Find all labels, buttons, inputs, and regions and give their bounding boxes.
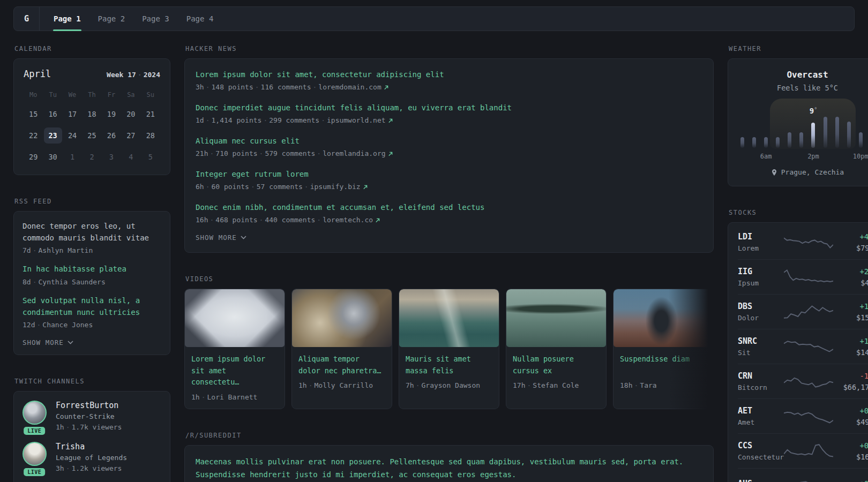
calendar-day: 1 — [63, 149, 81, 165]
item-domain[interactable]: loremtech.co — [323, 216, 373, 224]
item-points: 1,414 points — [211, 116, 261, 124]
video-author: Tara — [640, 381, 656, 389]
rss-item-title[interactable]: Donec tempor eros leo, ut commodo mauris… — [23, 221, 161, 244]
video-thumbnail[interactable] — [292, 289, 392, 347]
twitch-channel-category: Counter-Strike — [56, 412, 122, 420]
stock-change: +0.51% — [833, 441, 868, 450]
item-domain[interactable]: loremlandia.org — [323, 149, 385, 157]
video-thumbnail[interactable] — [613, 289, 713, 347]
video-title[interactable]: Lorem ipsum dolor sit amet consectetu… — [191, 353, 278, 388]
twitch-channel-row[interactable]: LIVE ForrestBurton Counter-Strike 1h·1.7… — [23, 401, 161, 431]
twitch-channel-row[interactable]: LIVE Trisha League of Legends 3h·1.2k vi… — [23, 442, 161, 472]
video-title[interactable]: Aliquam tempor dolor nec pharetra… — [298, 353, 385, 376]
separator-dot: · — [303, 183, 310, 191]
separator-dot: · — [414, 381, 422, 389]
stock-row[interactable]: CRN Bitcorn -1.00% $66,171.48 — [738, 364, 868, 398]
stock-change: +1.42% — [833, 302, 868, 311]
stock-symbol: DBS — [738, 302, 784, 311]
video-card[interactable]: Aliquam tempor dolor nec pharetra… 1h·Mo… — [291, 289, 392, 409]
stock-symbol: SNRC — [738, 336, 784, 346]
item-comments[interactable]: 299 comments — [269, 116, 319, 124]
video-meta: 17h·Stefan Cole — [513, 381, 600, 389]
videos-row: Lorem ipsum dolor sit amet consectetu… 1… — [184, 289, 714, 409]
hackernews-item-title[interactable]: Donec imperdiet augue tincidunt felis al… — [196, 102, 702, 114]
left-column: CALENDAR April Week 17·2024 MoTuWeThFrSa… — [13, 45, 170, 482]
stock-row[interactable]: DBS Dolor +1.42% $156.28 — [738, 294, 868, 329]
rss-item-author: Chance Jones — [42, 321, 93, 329]
hackernews-item-title[interactable]: Aliquam nec cursus elit — [196, 135, 702, 147]
nav-tab[interactable]: Page 2 — [89, 7, 134, 31]
stock-id: AHS — [738, 479, 784, 482]
rss-item-title[interactable]: In hac habitasse platea — [23, 263, 161, 275]
item-comments[interactable]: 579 comments — [265, 149, 315, 157]
video-thumbnail[interactable] — [399, 289, 499, 347]
twitch-channel-name[interactable]: Trisha — [56, 442, 127, 451]
stock-sparkline — [784, 268, 833, 286]
item-comments[interactable]: 440 comments — [265, 216, 315, 224]
video-age: 17h — [513, 381, 525, 389]
stock-name: Ipsum — [738, 279, 784, 287]
video-card[interactable]: Lorem ipsum dolor sit amet consectetu… 1… — [184, 289, 285, 409]
external-link-icon — [388, 152, 393, 156]
hackernews-item-title[interactable]: Lorem ipsum dolor sit amet, consectetur … — [196, 69, 702, 80]
stock-row[interactable]: AET Amet +0.92% $499.72 — [738, 398, 868, 433]
video-author: Lori Barnett — [207, 393, 257, 401]
video-thumbnail[interactable] — [185, 289, 285, 347]
item-comments[interactable]: 116 comments — [261, 83, 311, 91]
twitch-channel-name[interactable]: ForrestBurton — [56, 401, 122, 410]
separator-dot: · — [311, 83, 319, 91]
item-domain[interactable]: ipsumify.biz — [310, 183, 361, 191]
video-title[interactable]: Mauris sit amet massa felis — [406, 353, 492, 376]
hackernews-item-meta: 6h·60 points·57 comments·ipsumify.biz — [196, 183, 702, 191]
separator-dot: · — [204, 116, 212, 124]
rss-show-more-button[interactable]: SHOW MORE — [23, 338, 161, 347]
weather-location-row[interactable]: Prague, Czechia — [739, 168, 868, 176]
stock-sparkline — [784, 233, 833, 251]
calendar-day: 15 — [24, 106, 42, 122]
stock-sparkline — [784, 442, 833, 460]
stock-values: +0.51% $165.84 — [833, 441, 868, 461]
video-card[interactable]: Mauris sit amet massa felis 7h·Grayson D… — [399, 289, 499, 409]
item-points: 710 points — [215, 149, 257, 157]
subreddit-section: /R/SUBREDDIT Maecenas mollis pulvinar er… — [184, 432, 714, 482]
stock-sparkline — [784, 372, 833, 390]
calendar-section: CALENDAR April Week 17·2024 MoTuWeThFrSa… — [13, 45, 170, 175]
stock-row[interactable]: IIG Ipsum +2.84% $42.04 — [738, 259, 868, 294]
item-domain[interactable]: ipsumworld.net — [327, 116, 386, 124]
stock-row[interactable]: CCS Consectetur +0.51% $165.84 — [738, 433, 868, 468]
video-title[interactable]: Suspendisse diam — [620, 353, 707, 376]
video-thumbnail[interactable] — [506, 289, 606, 347]
stock-row[interactable]: SNRC Sit +1.36% $148.64 — [738, 329, 868, 364]
hackernews-item-title[interactable]: Donec enim nibh, condimentum et accumsan… — [196, 202, 702, 213]
twitch-avatar-wrap: LIVE — [23, 442, 47, 472]
hackernews-show-more-button[interactable]: SHOW MORE — [196, 234, 702, 242]
middle-column: HACKER NEWS Lorem ipsum dolor sit amet, … — [184, 45, 714, 482]
nav-tab[interactable]: Page 4 — [178, 7, 222, 31]
subreddit-post-title[interactable]: Maecenas mollis pulvinar erat non posuer… — [196, 456, 702, 481]
calendar-day: 29 — [24, 149, 42, 165]
page-tabs: Page 1Page 2Page 3Page 4 — [40, 7, 227, 31]
rss-item-title[interactable]: Sed volutpat nulla nisl, a condimentum n… — [23, 295, 161, 318]
dashboard-grid: CALENDAR April Week 17·2024 MoTuWeThFrSa… — [13, 45, 855, 482]
nav-tab[interactable]: Page 1 — [45, 7, 89, 31]
hackernews-item-meta: 1d·1,414 points·299 comments·ipsumworld.… — [196, 116, 702, 124]
calendar-day: 20 — [122, 106, 140, 122]
stock-row[interactable]: AHS +0.46% — [738, 468, 868, 482]
video-card[interactable]: Suspendisse diam 18h·Tara — [613, 289, 714, 409]
video-title[interactable]: Nullam posuere cursus ex — [513, 353, 600, 376]
item-domain[interactable]: loremdomain.com — [318, 83, 381, 91]
stock-price: $42.04 — [833, 278, 868, 287]
app-logo[interactable]: G — [14, 7, 40, 31]
video-card[interactable]: Nullam posuere cursus ex 17h·Stefan Cole — [506, 289, 607, 409]
twitch-uptime: 1h — [56, 423, 64, 431]
rss-item-author: Ashlyn Martin — [38, 246, 93, 254]
stock-id: CCS Consectetur — [738, 441, 784, 461]
stock-row[interactable]: LDI Lorem +4.35% $795.18 — [738, 225, 868, 259]
item-comments[interactable]: 57 comments — [257, 183, 303, 191]
hackernews-item-title[interactable]: Integer eget rutrum lorem — [196, 169, 702, 180]
map-pin-icon — [771, 169, 777, 176]
nav-tab[interactable]: Page 3 — [133, 7, 178, 31]
weather-bar-fill — [740, 137, 744, 148]
hackernews-section: HACKER NEWS Lorem ipsum dolor sit amet, … — [184, 45, 714, 253]
calendar-header: April Week 17·2024 — [24, 69, 160, 79]
